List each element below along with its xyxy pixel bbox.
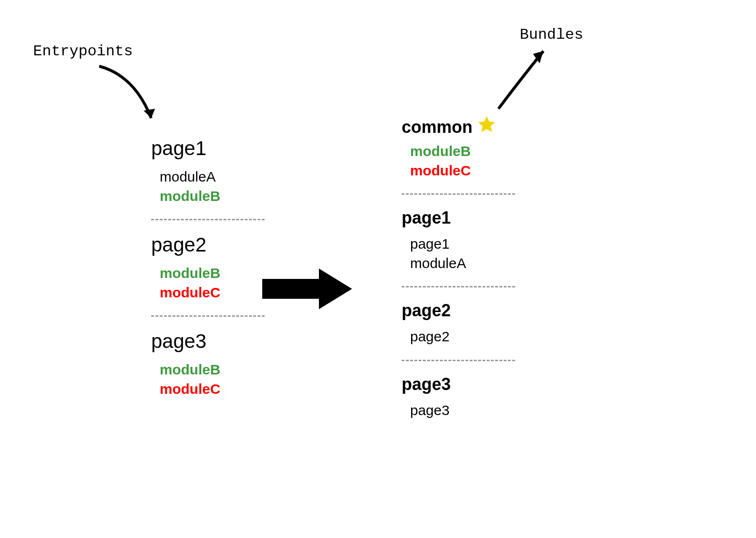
module-list: moduleB moduleC [402,142,515,180]
bundle-group: page1 page1 moduleA [402,208,515,273]
bundles-column: common moduleB moduleC page1 page1 modul… [402,117,515,420]
entrypoint-group: page2 moduleB moduleC [151,234,265,302]
module-item: page3 [410,401,515,420]
module-item: moduleB [410,142,515,161]
bundle-title: page3 [402,374,515,394]
bundles-label: Bundles [520,26,583,43]
module-item: moduleC [160,380,265,399]
module-item: moduleB [160,360,265,380]
entrypoints-label: Entrypoints [33,43,133,60]
module-list: page2 [402,327,515,347]
entrypoint-group: page1 moduleA moduleB [151,137,265,206]
module-item: moduleB [160,264,265,283]
module-item: moduleC [410,161,515,181]
bundle-group: common moduleB moduleC [402,117,515,180]
module-list: moduleA moduleB [151,167,265,206]
transform-arrow-icon [262,269,352,309]
module-item: moduleC [160,283,265,303]
divider [402,286,515,287]
divider [151,315,265,317]
divider [402,360,515,361]
entrypoints-arrow-icon [90,61,175,137]
bundles-arrow-icon [491,43,558,113]
module-item: moduleB [160,187,265,206]
bundle-title: page1 [402,208,515,228]
bundle-group: page3 page3 [402,374,515,420]
entrypoints-column: page1 moduleA moduleB page2 moduleB modu… [151,137,265,399]
module-list: page1 moduleA [402,234,515,273]
module-list: moduleB moduleC [151,360,265,399]
star-icon [476,114,497,137]
entrypoint-title: page3 [151,330,265,353]
svg-marker-2 [262,269,352,309]
divider [402,193,515,195]
module-item: page1 [410,234,515,254]
bundle-title: page2 [402,301,515,321]
bundle-title: common [402,117,472,137]
entrypoint-title: page2 [151,234,265,256]
module-item: moduleA [160,167,265,187]
entrypoint-group: page3 moduleB moduleC [151,330,265,399]
entrypoint-title: page1 [151,137,265,160]
module-item: page2 [410,327,515,347]
module-list: page3 [402,401,515,420]
divider [151,219,265,220]
module-item: moduleA [410,254,515,273]
module-list: moduleB moduleC [151,264,265,302]
bundle-group: page2 page2 [402,301,515,347]
